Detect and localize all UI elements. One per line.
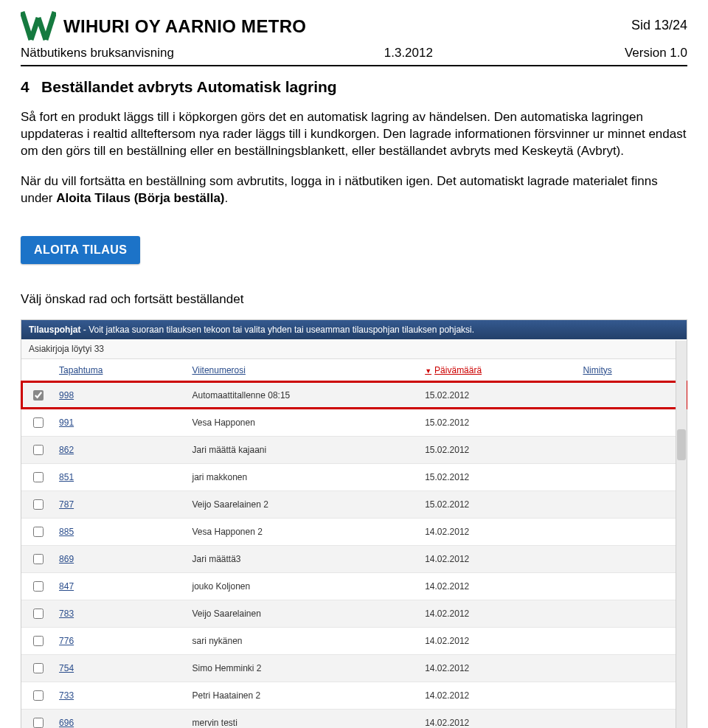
tapahtuma-link[interactable]: 783: [59, 609, 74, 619]
cell-checkbox: [21, 409, 55, 436]
table-row[interactable]: 998Automaattitallenne 08:1515.02.2012: [21, 381, 687, 409]
col-paivamaara-label: Päivämäärä: [434, 365, 482, 375]
cell-nimitys: [578, 409, 687, 436]
cell-checkbox: [21, 463, 55, 490]
cell-viitenumerosi: Petri Haatainen 2: [187, 682, 420, 709]
tapahtuma-link[interactable]: 885: [59, 527, 74, 537]
cell-nimitys: [578, 381, 687, 409]
row-checkbox[interactable]: [33, 609, 44, 619]
cell-checkbox: [21, 572, 55, 600]
result-count: Asiakirjoja löytyi 33: [21, 339, 687, 359]
col-viitenumerosi-header[interactable]: Viitenumerosi: [187, 359, 420, 382]
cell-tapahtuma: 851: [55, 463, 187, 490]
cell-tapahtuma: 991: [55, 409, 187, 436]
tapahtuma-link[interactable]: 787: [59, 499, 74, 510]
cell-checkbox: [21, 682, 55, 709]
section-heading: 4 Beställandet avbryts Automatisk lagrin…: [21, 78, 687, 96]
cell-tapahtuma: 783: [55, 600, 187, 627]
cell-tapahtuma: 696: [55, 709, 187, 728]
aloita-tilaus-button[interactable]: ALOITA TILAUS: [21, 236, 140, 264]
cell-tapahtuma: 733: [55, 682, 187, 709]
tapahtuma-link[interactable]: 776: [59, 636, 74, 646]
row-checkbox[interactable]: [33, 527, 44, 537]
tapahtuma-link[interactable]: 998: [59, 390, 74, 401]
table-row[interactable]: 783Veijo Saarelainen14.02.2012: [21, 600, 687, 627]
tapahtuma-link[interactable]: 851: [59, 472, 74, 482]
cell-viitenumerosi: Simo Hemminki 2: [187, 654, 420, 682]
cell-paivamaara: 15.02.2012: [420, 381, 578, 409]
doc-date: 1.3.2012: [384, 46, 433, 60]
row-checkbox[interactable]: [33, 499, 44, 510]
cell-tapahtuma: 998: [55, 381, 187, 409]
row-checkbox[interactable]: [33, 581, 44, 592]
row-checkbox[interactable]: [33, 445, 44, 455]
cell-paivamaara: 14.02.2012: [420, 654, 578, 682]
tapahtuma-link[interactable]: 847: [59, 581, 74, 592]
scrollbar-thumb[interactable]: [677, 429, 686, 460]
wihuri-logo-icon: [21, 10, 56, 43]
table-row[interactable]: 885Vesa Happonen 214.02.2012: [21, 518, 687, 545]
row-checkbox[interactable]: [33, 390, 44, 401]
tapahtuma-link[interactable]: 696: [59, 718, 74, 728]
table-row[interactable]: 733Petri Haatainen 214.02.2012: [21, 682, 687, 709]
row-checkbox[interactable]: [33, 690, 44, 701]
row-checkbox[interactable]: [33, 554, 44, 564]
tapahtuma-link[interactable]: 991: [59, 417, 74, 428]
subheading: Välj önskad rad och fortsätt beställande…: [21, 292, 687, 307]
cell-viitenumerosi: Vesa Happonen 2: [187, 518, 420, 545]
cell-viitenumerosi: Veijo Saarelainen 2: [187, 490, 420, 518]
document-header: WIHURI OY AARNIO METRO Sid 13/24: [21, 10, 687, 43]
cell-nimitys: [578, 518, 687, 545]
col-nimitys-header[interactable]: Nimitys: [578, 359, 687, 382]
cell-tapahtuma: 754: [55, 654, 187, 682]
table-row[interactable]: 991Vesa Happonen15.02.2012: [21, 409, 687, 436]
tapahtuma-link[interactable]: 869: [59, 554, 74, 564]
sort-desc-icon: [425, 365, 434, 375]
paragraph-2: När du vill fortsätta en beställning som…: [21, 173, 687, 207]
col-checkbox-header: [21, 359, 55, 382]
cell-nimitys: [578, 463, 687, 490]
cell-paivamaara: 14.02.2012: [420, 600, 578, 627]
section-title: Beställandet avbryts Automatisk lagring: [41, 78, 687, 96]
cell-checkbox: [21, 490, 55, 518]
cell-paivamaara: 15.02.2012: [420, 409, 578, 436]
table-row[interactable]: 787Veijo Saarelainen 215.02.2012: [21, 490, 687, 518]
tapahtuma-link[interactable]: 862: [59, 445, 74, 455]
cell-tapahtuma: 869: [55, 545, 187, 572]
cell-paivamaara: 15.02.2012: [420, 490, 578, 518]
col-paivamaara-header[interactable]: Päivämäärä: [420, 359, 578, 382]
cell-checkbox: [21, 709, 55, 728]
tapahtuma-link[interactable]: 754: [59, 663, 74, 673]
cell-nimitys: [578, 600, 687, 627]
row-checkbox[interactable]: [33, 472, 44, 482]
cell-nimitys: [578, 572, 687, 600]
table-row[interactable]: 696mervin testi14.02.2012: [21, 709, 687, 728]
cell-nimitys: [578, 709, 687, 728]
row-checkbox[interactable]: [33, 663, 44, 673]
tapahtuma-link[interactable]: 733: [59, 690, 74, 701]
row-checkbox[interactable]: [33, 636, 44, 646]
cell-viitenumerosi: Jari määttä3: [187, 545, 420, 572]
table-row[interactable]: 869Jari määttä314.02.2012: [21, 545, 687, 572]
cell-paivamaara: 14.02.2012: [420, 709, 578, 728]
table-row[interactable]: 754Simo Hemminki 214.02.2012: [21, 654, 687, 682]
table-row[interactable]: 862Jari määttä kajaani15.02.2012: [21, 436, 687, 463]
panel-header: Tilauspohjat - Voit jatkaa suoraan tilau…: [21, 320, 687, 339]
col-tapahtuma-header[interactable]: Tapahtuma: [55, 359, 187, 382]
cell-nimitys: [578, 436, 687, 463]
cell-viitenumerosi: Automaattitallenne 08:15: [187, 381, 420, 409]
scrollbar[interactable]: [676, 341, 687, 728]
tilauspohjat-table: Tapahtuma Viitenumerosi Päivämäärä Nimit…: [21, 359, 687, 728]
table-row[interactable]: 776sari nykänen14.02.2012: [21, 627, 687, 654]
cell-paivamaara: 14.02.2012: [420, 572, 578, 600]
document-subheader: Nätbutikens bruksanvisning 1.3.2012 Vers…: [21, 46, 687, 60]
row-checkbox[interactable]: [33, 417, 44, 428]
cell-checkbox: [21, 381, 55, 409]
table-row[interactable]: 851jari makkonen15.02.2012: [21, 463, 687, 490]
table-row[interactable]: 847jouko Koljonen14.02.2012: [21, 572, 687, 600]
cell-viitenumerosi: sari nykänen: [187, 627, 420, 654]
row-checkbox[interactable]: [33, 718, 44, 728]
cell-viitenumerosi: Vesa Happonen: [187, 409, 420, 436]
panel-header-desc: Voit jatkaa suoraan tilauksen tekoon tai…: [88, 325, 474, 335]
header-rule: [21, 65, 687, 66]
